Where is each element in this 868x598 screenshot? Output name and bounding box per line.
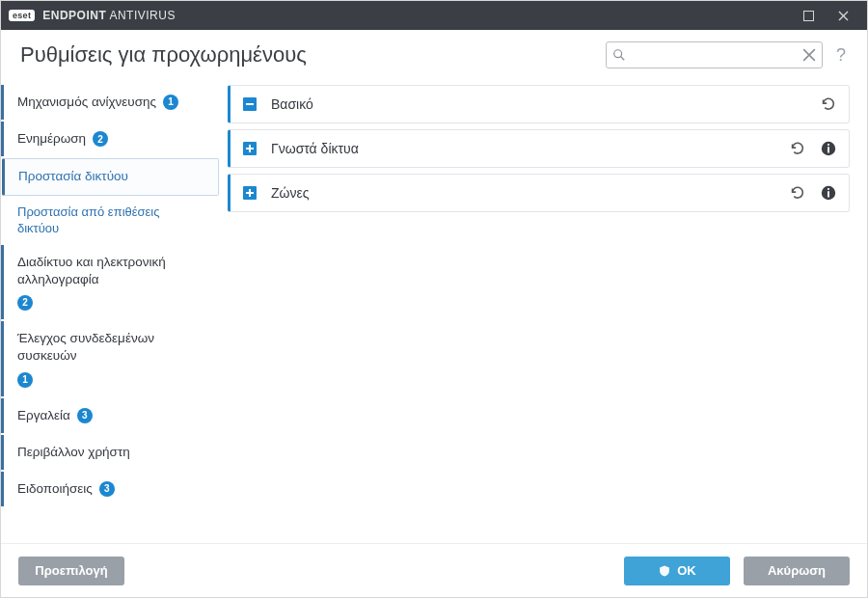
default-button[interactable]: Προεπιλογή [18,557,124,585]
clear-icon[interactable] [802,48,816,62]
svg-rect-15 [827,191,829,197]
brand-logo: eset [9,10,35,21]
ok-button[interactable]: ΟΚ [624,557,730,585]
close-icon [838,11,849,21]
undo-icon[interactable] [820,95,837,113]
help-button[interactable]: ? [832,45,850,66]
sidebar-item-notifications[interactable]: Ειδοποιήσεις3 [1,472,218,506]
badge: 2 [17,295,33,311]
product-name-left: ENDPOINT [42,9,106,22]
badge: 3 [77,408,93,423]
main: Μηχανισμός ανίχνευσης1 Ενημέρωση2 Προστα… [1,81,867,543]
product-name: ENDPOINT ANTIVIRUS [42,9,176,22]
panel-known-networks[interactable]: Γνωστά δίκτυα [228,129,850,168]
badge: 1 [163,95,178,110]
sidebar-item-label: Ενημέρωση [17,130,86,148]
titlebar: eset ENDPOINT ANTIVIRUS [1,1,867,30]
sidebar-item-device-control[interactable]: Έλεγχος συνδεδεμένων συσκευών1 [1,321,218,395]
panel-title: Ζώνες [271,185,775,201]
footer-right: ΟΚ Ακύρωση [624,557,850,585]
sidebar-item-label: Έλεγχος συνδεδεμένων συσκευών [17,330,204,365]
expand-icon[interactable] [242,141,258,156]
svg-rect-7 [249,145,251,152]
badge: 2 [93,131,108,147]
shield-icon [658,564,671,578]
sidebar-item-label: Προστασία δικτύου [18,168,128,185]
svg-rect-3 [246,103,254,105]
undo-icon[interactable] [789,184,806,202]
close-button[interactable] [827,1,859,30]
info-icon[interactable] [820,140,837,157]
svg-rect-0 [803,11,813,20]
search-icon [612,48,626,62]
badge: 1 [17,372,33,388]
square-icon [803,11,814,21]
sidebar-item-detection-engine[interactable]: Μηχανισμός ανίχνευσης1 [1,85,218,120]
svg-rect-9 [827,147,829,152]
product-name-right: ANTIVIRUS [109,9,176,22]
svg-rect-13 [249,189,251,197]
header-right: ? [606,41,850,68]
sidebar-item-label: Ειδοποιήσεις [17,480,93,498]
sidebar-item-label: Διαδίκτυο και ηλεκτρονική αλληλογραφία [17,254,204,288]
sidebar-item-update[interactable]: Ενημέρωση2 [1,122,218,156]
footer: Προεπιλογή ΟΚ Ακύρωση [1,543,867,597]
sidebar-item-label: Εργαλεία [17,407,70,424]
sidebar-item-label: Προστασία από επιθέσεις δικτύου [17,204,204,237]
cancel-button[interactable]: Ακύρωση [744,557,850,585]
sidebar-item-network-attack-protection[interactable]: Προστασία από επιθέσεις δικτύου [1,198,218,243]
sidebar-item-label: Μηχανισμός ανίχνευσης [17,94,156,111]
panel-title: Γνωστά δίκτυα [271,141,775,156]
page-title: Ρυθμίσεις για προχωρημένους [20,42,307,68]
sidebar-item-tools[interactable]: Εργαλεία3 [1,398,218,433]
search-input[interactable] [632,48,797,63]
badge: 3 [99,481,115,497]
svg-rect-16 [827,188,829,190]
ok-label: ΟΚ [677,563,696,578]
info-icon[interactable] [820,184,837,202]
titlebar-left: eset ENDPOINT ANTIVIRUS [9,9,176,22]
svg-rect-10 [827,144,829,146]
sidebar-item-network-protection[interactable]: Προστασία δικτύου [2,158,219,195]
header: Ρυθμίσεις για προχωρημένους ? [1,30,867,81]
sidebar: Μηχανισμός ανίχνευσης1 Ενημέρωση2 Προστα… [1,81,218,543]
sidebar-item-label: Περιβάλλον χρήστη [17,444,130,461]
svg-point-1 [614,50,622,58]
content: Βασικό Γνωστά δίκτυα Ζώνες [218,81,867,543]
expand-icon[interactable] [242,185,258,201]
undo-icon[interactable] [789,140,806,157]
search-input-wrapper[interactable] [606,41,823,68]
collapse-icon[interactable] [242,96,258,112]
panel-zones[interactable]: Ζώνες [228,174,850,212]
sidebar-item-web-email[interactable]: Διαδίκτυο και ηλεκτρονική αλληλογραφία2 [1,245,218,319]
panel-basic[interactable]: Βασικό [228,85,850,123]
maximize-button[interactable] [792,1,825,30]
sidebar-item-user-interface[interactable]: Περιβάλλον χρήστη [1,435,218,470]
panel-title: Βασικό [271,96,806,112]
window-controls [792,1,859,30]
